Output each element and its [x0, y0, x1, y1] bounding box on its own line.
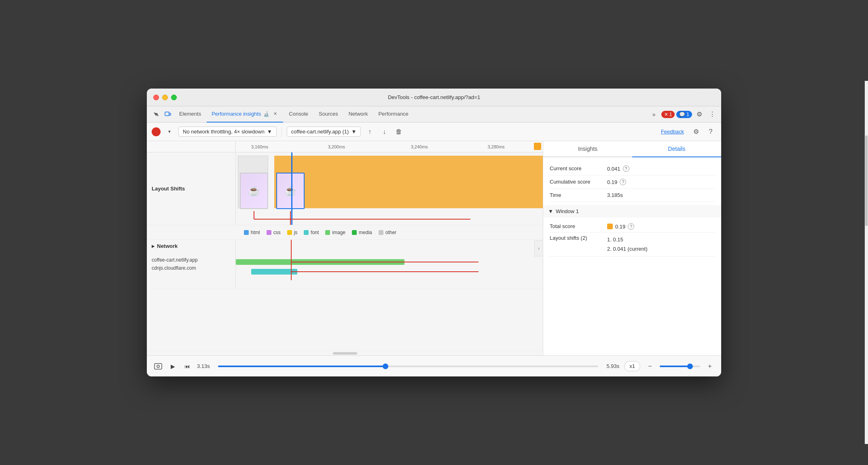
- total-score-row: Total score 0.19 ?: [550, 221, 715, 232]
- cursor-icon[interactable]: [150, 109, 161, 120]
- tab-sources[interactable]: Sources: [314, 106, 343, 123]
- record-button[interactable]: [152, 127, 161, 136]
- other-color-dot: [379, 230, 383, 235]
- network-host-1: coffee-cart.netlify.app: [152, 257, 198, 263]
- collapse-panel-button[interactable]: ›: [534, 240, 543, 256]
- chevron-down-icon: ▼: [351, 129, 356, 135]
- screenshot-thumb-2[interactable]: ☕: [276, 173, 305, 209]
- error-badge[interactable]: ✕ 1: [661, 111, 675, 118]
- tab-elements[interactable]: Elements: [174, 106, 206, 123]
- ls-vertical-line: [291, 152, 292, 225]
- bottom-toolbar: ▶ ⏮ 3.13s 5.93s x1 − +: [147, 355, 721, 376]
- zoom-out-button[interactable]: −: [645, 361, 655, 371]
- legend-js: js: [287, 230, 298, 235]
- network-row: ▶ Network coffee-cart.netlify.app cdnjs.…: [147, 240, 543, 288]
- minimize-button[interactable]: [162, 95, 168, 100]
- main-area: 3,160ms 3,200ms 3,240ms 3,280ms Layout S…: [147, 141, 721, 355]
- metric-time: Time 3.185s: [550, 189, 715, 202]
- ruler-mark-1: 3,160ms: [251, 144, 268, 149]
- playback-slider[interactable]: [218, 366, 599, 367]
- titlebar: DevTools - coffee-cart.netlify.app/?ad=1: [147, 89, 721, 106]
- throttle-dropdown[interactable]: No network throttling, 4× slowdown ▼: [178, 127, 277, 137]
- ruler-marks: 3,160ms 3,200ms 3,240ms 3,280ms: [236, 141, 543, 152]
- scroll-pill[interactable]: [333, 352, 357, 355]
- legend-css: css: [267, 230, 281, 235]
- current-score-help[interactable]: ?: [623, 165, 629, 172]
- window-title: DevTools - coffee-cart.netlify.app/?ad=1: [388, 94, 480, 100]
- triangle-icon: ▼: [548, 208, 553, 214]
- delete-icon[interactable]: 🗑: [393, 126, 404, 137]
- tab-insights[interactable]: Insights: [543, 141, 632, 157]
- shift-list: 1. 0.15 2. 0.041 (current): [607, 235, 648, 254]
- download-icon[interactable]: ↓: [379, 126, 390, 137]
- settings-icon[interactable]: ⚙: [690, 126, 702, 137]
- svg-rect-0: [165, 112, 169, 116]
- info-badge[interactable]: 💬 1: [676, 111, 692, 118]
- tab-console[interactable]: Console: [284, 106, 313, 123]
- speed-button[interactable]: x1: [624, 361, 640, 371]
- indicator-square: [534, 143, 541, 150]
- network-section-label: ▶ Network: [152, 243, 178, 249]
- net-bar-host1: [236, 259, 404, 265]
- legend-other: other: [379, 230, 396, 235]
- tab-performance[interactable]: Performance: [373, 106, 413, 123]
- feedback-link[interactable]: Feedback: [661, 129, 684, 135]
- legend-row: html css js font: [147, 225, 543, 240]
- legend-font: font: [304, 230, 319, 235]
- screenshot-mode-icon[interactable]: [153, 361, 163, 371]
- tab-network[interactable]: Network: [344, 106, 373, 123]
- legend-image: image: [325, 230, 345, 235]
- time-start: 3.13s: [197, 363, 210, 369]
- zoom-thumb[interactable]: [687, 364, 693, 369]
- cumulative-score-help[interactable]: ?: [620, 179, 626, 185]
- skip-start-button[interactable]: ⏮: [182, 361, 192, 371]
- ruler-mark-2: 3,200ms: [328, 144, 345, 149]
- insights-tabs: Insights Details: [543, 141, 721, 157]
- slider-thumb[interactable]: [383, 364, 388, 369]
- play-button[interactable]: ▶: [168, 361, 178, 371]
- settings-icon[interactable]: ⚙: [694, 109, 705, 120]
- insights-content: Current score 0.041 ? Cumulative score 0…: [543, 157, 721, 355]
- ruler-mark-3: 3,240ms: [411, 144, 428, 149]
- maximize-button[interactable]: [171, 95, 177, 100]
- net-bar-host2: [251, 269, 297, 275]
- devtools-window: DevTools - coffee-cart.netlify.app/?ad=1…: [147, 89, 721, 376]
- window-section-header: ▼ Window 1: [543, 205, 721, 218]
- layout-shifts-row-detail: Layout shifts (2) 1. 0.15 2. 0.041 (curr…: [550, 232, 715, 257]
- screenshot-thumb-1[interactable]: ☕: [240, 173, 268, 209]
- device-icon[interactable]: [162, 109, 174, 120]
- window-section: ▼ Window 1 Total score 0.19 ? Layout shi…: [550, 205, 715, 257]
- close-button[interactable]: [153, 95, 159, 100]
- timeline-scroll-bar: [147, 351, 543, 355]
- zoom-fill: [660, 366, 690, 367]
- layout-shifts-content: ☕ ☕: [236, 152, 543, 225]
- zoom-in-button[interactable]: +: [705, 361, 715, 371]
- font-color-dot: [304, 230, 309, 235]
- insights-panel: Insights Details Current score 0.041 ? C…: [543, 141, 721, 355]
- svg-rect-9: [155, 364, 162, 369]
- upload-icon[interactable]: ↑: [364, 126, 375, 137]
- total-score-help[interactable]: ?: [628, 223, 634, 230]
- tab-close-icon[interactable]: ✕: [272, 111, 278, 117]
- image-color-dot: [325, 230, 330, 235]
- shift-item-1: 1. 0.15: [607, 235, 648, 244]
- more-tabs-button[interactable]: »: [648, 109, 660, 120]
- timeline-panel: 3,160ms 3,200ms 3,240ms 3,280ms Layout S…: [147, 141, 543, 355]
- html-color-dot: [244, 230, 249, 235]
- timeline-ruler: 3,160ms 3,200ms 3,240ms 3,280ms: [147, 141, 543, 152]
- tab-performance-insights[interactable]: Performance insights 🔬 ✕: [207, 106, 283, 123]
- shift-item-2: 2. 0.041 (current): [607, 244, 648, 254]
- tab-right-buttons: » ✕ 1 💬 1 ⚙ ⋮: [648, 109, 718, 120]
- more-options-icon[interactable]: ⋮: [707, 109, 718, 120]
- network-host-2: cdnjs.cloudflare.com: [152, 265, 196, 271]
- timeline-rows: Layout Shifts ☕: [147, 152, 543, 351]
- css-color-dot: [267, 230, 271, 235]
- dropdown-arrow-icon[interactable]: ▼: [164, 126, 175, 137]
- metric-current-score: Current score 0.041 ?: [550, 162, 715, 175]
- ruler-label-col: [147, 141, 236, 152]
- time-end: 5.93s: [606, 363, 619, 369]
- url-dropdown[interactable]: coffee-cart.netlify.app (1) ▼: [287, 127, 361, 137]
- zoom-slider[interactable]: [660, 366, 700, 367]
- tab-details[interactable]: Details: [632, 141, 721, 157]
- help-icon[interactable]: ?: [705, 126, 716, 137]
